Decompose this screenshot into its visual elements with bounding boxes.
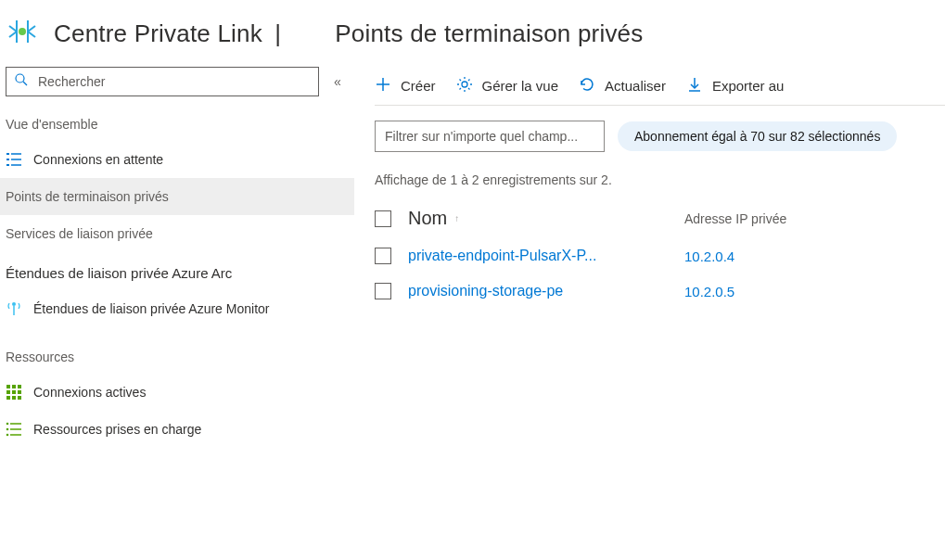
sidebar-item-pending-connections[interactable]: Connexions en attente [0, 141, 354, 178]
private-link-brand-icon [7, 17, 37, 50]
sidebar-item-label: Points de terminaison privés [6, 189, 169, 204]
filter-input[interactable] [375, 121, 605, 152]
endpoint-name-link[interactable]: private-endpoint-PulsarX-P... [408, 248, 684, 264]
title-separator: | [275, 19, 281, 47]
sidebar-item-supported-resources[interactable]: Ressources prises en charge [0, 411, 354, 448]
manage-view-button[interactable]: Gérer la vue [456, 76, 559, 95]
create-button[interactable]: Créer [375, 76, 436, 95]
tool-label: Exporter au [712, 78, 785, 94]
refresh-button[interactable]: Actualiser [579, 76, 666, 95]
download-icon [686, 76, 703, 95]
svg-point-16 [6, 428, 9, 431]
list-icon [6, 421, 22, 438]
svg-point-1 [16, 74, 24, 83]
column-header-ip[interactable]: Adresse IP privée [684, 211, 786, 226]
svg-point-14 [6, 423, 9, 426]
svg-point-18 [6, 434, 9, 437]
grid-icon [6, 384, 22, 401]
row-checkbox[interactable] [375, 283, 391, 299]
main-content: Créer Gérer la vue Actualiser [354, 59, 945, 560]
tool-label: Créer [401, 78, 436, 94]
svg-line-2 [23, 82, 27, 85]
select-all-checkbox[interactable] [375, 210, 391, 227]
svg-rect-5 [6, 385, 10, 388]
sidebar-item-private-link-services[interactable]: Services de liaison privée [0, 215, 354, 252]
column-header-label: Nom [408, 208, 447, 229]
sidebar-item-private-endpoints[interactable]: Points de terminaison privés [0, 178, 354, 215]
svg-rect-10 [18, 390, 21, 394]
sidebar-overview[interactable]: Vue d'ensemble [0, 108, 354, 141]
endpoint-name-link[interactable]: provisioning-storage-pe [408, 283, 684, 299]
sidebar-section-azure-arc: Étendues de liaison privée Azure Arc [0, 252, 354, 290]
column-header-name[interactable]: Nom ↑ [408, 208, 684, 229]
table-row: private-endpoint-PulsarX-P... 10.2.0.4 [375, 238, 945, 274]
svg-point-3 [12, 302, 16, 306]
svg-rect-11 [6, 396, 10, 400]
svg-rect-12 [12, 396, 16, 400]
search-icon [14, 72, 29, 91]
sidebar-item-label: Services de liaison privée [6, 226, 153, 241]
sidebar-item-label: Ressources prises en charge [33, 422, 201, 437]
subscription-filter-pill[interactable]: Abonnement égal à 70 sur 82 sélectionnés [618, 121, 897, 151]
svg-rect-6 [12, 385, 16, 388]
brand-title: Centre Private Link [54, 19, 262, 47]
header-title: Centre Private Link | Points de terminai… [54, 19, 643, 48]
gear-icon [456, 76, 473, 95]
table-header: Nom ↑ Adresse IP privée [375, 204, 945, 238]
sidebar-collapse-toggle[interactable]: « [328, 74, 347, 89]
sort-icon: ↑ [454, 213, 459, 223]
sidebar: « Vue d'ensemble Connexions en attente P… [0, 59, 354, 560]
toolbar: Créer Gérer la vue Actualiser [375, 59, 945, 106]
antenna-icon [6, 300, 22, 317]
sidebar-item-label: Connexions en attente [33, 152, 163, 167]
svg-rect-7 [18, 385, 21, 388]
tool-label: Gérer la vue [482, 78, 559, 94]
endpoint-ip-value: 10.2.0.4 [684, 248, 734, 264]
page-header: Centre Private Link | Points de terminai… [0, 0, 945, 59]
table-row: provisioning-storage-pe 10.2.0.5 [375, 274, 945, 309]
svg-rect-8 [6, 390, 10, 394]
sidebar-search-input[interactable] [38, 74, 311, 89]
export-button[interactable]: Exporter au [686, 76, 785, 95]
row-checkbox[interactable] [375, 248, 391, 264]
checklist-icon [6, 151, 22, 168]
filter-row: Abonnement égal à 70 sur 82 sélectionnés [375, 106, 945, 161]
svg-point-22 [462, 82, 467, 87]
refresh-icon [579, 76, 595, 95]
page-title: Points de terminaison privés [335, 19, 643, 47]
endpoint-ip-value: 10.2.0.5 [684, 284, 734, 299]
tool-label: Actualiser [605, 78, 666, 94]
svg-rect-9 [12, 390, 16, 394]
sidebar-item-azure-monitor-scopes[interactable]: Étendues de liaison privée Azure Monitor [0, 290, 354, 327]
plus-icon [375, 76, 391, 95]
sidebar-item-label: Connexions actives [33, 385, 146, 400]
sidebar-section-resources: Ressources [0, 327, 354, 374]
record-count-label: Affichage de 1 à 2 enregistrements sur 2… [375, 161, 945, 204]
svg-point-0 [19, 28, 26, 35]
sidebar-item-label: Étendues de liaison privée Azure Monitor [33, 301, 269, 316]
sidebar-search-box[interactable] [6, 67, 319, 96]
sidebar-item-active-connections[interactable]: Connexions actives [0, 374, 354, 411]
svg-rect-13 [18, 396, 21, 400]
